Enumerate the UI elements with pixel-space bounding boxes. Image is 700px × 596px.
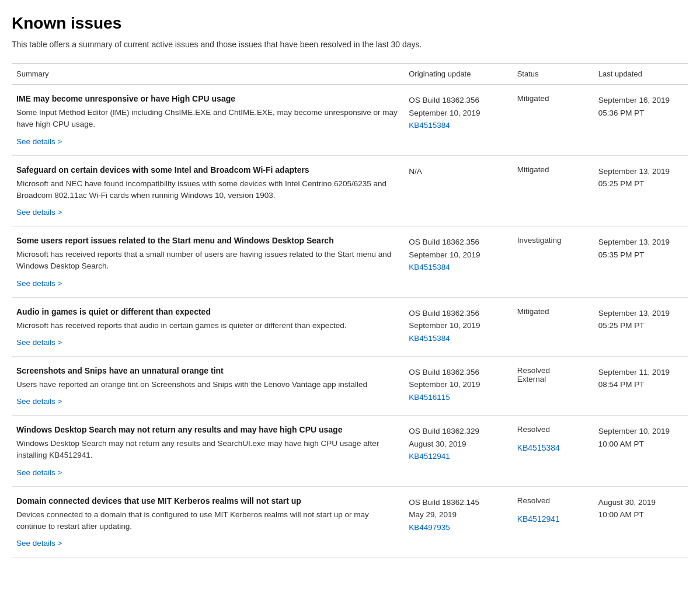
status-cell: Mitigated [513,297,594,356]
status-text: Resolved [517,496,589,505]
status-cell: ResolvedKB4512941 [513,486,594,557]
last-updated-cell: August 30, 201910:00 AM PT [594,486,688,557]
issue-description: Microsoft has received reports that audi… [16,320,399,332]
col-header-status: Status [513,64,594,85]
orig-kb-link[interactable]: KB4515384 [409,121,450,130]
issue-description: Devices connected to a domain that is co… [16,509,399,533]
status-cell: Investigating [513,226,594,298]
orig-date: September 10, 2019 [409,250,480,259]
orig-kb-link[interactable]: KB4512941 [409,452,450,461]
orig-kb-link[interactable]: KB4516115 [409,393,450,402]
col-header-lastupdated: Last updated [594,64,688,85]
page-subtitle: This table offers a summary of current a… [12,40,688,49]
orig-kb-link[interactable]: KB4515384 [409,334,450,343]
table-row: Audio in games is quiet or different tha… [12,297,688,356]
see-details-link[interactable]: See details > [16,397,62,406]
status-text: Mitigated [517,165,589,174]
last-updated-cell: September 11, 201908:54 PM PT [594,356,688,415]
issue-title: Domain connected devices that use MIT Ke… [16,496,399,506]
last-updated-cell: September 13, 201905:25 PM PT [594,297,688,356]
see-details-link[interactable]: See details > [16,137,62,146]
status-cell: ResolvedKB4515384 [513,416,594,487]
last-updated-cell: September 13, 201905:25 PM PT [594,155,688,226]
os-build: OS Build 18362.356 [409,309,479,318]
os-build: OS Build 18362.356 [409,368,479,377]
status-text: Resolved [517,425,589,434]
status-kb-link[interactable]: KB4512941 [517,514,560,524]
issue-summary-cell: Audio in games is quiet or different tha… [12,297,404,356]
status-cell: Mitigated [513,155,594,226]
status-text: Mitigated [517,94,589,103]
orig-kb-link[interactable]: KB4515384 [409,263,450,271]
see-details-link[interactable]: See details > [16,539,62,548]
last-updated-cell: September 10, 201910:00 AM PT [594,416,688,487]
issue-summary-cell: IME may become unresponsive or have High… [12,85,404,156]
see-details-link[interactable]: See details > [16,208,62,217]
issue-description: Windows Desktop Search may not return an… [16,438,399,462]
os-build: N/A [409,167,422,176]
os-build: OS Build 18362.145 [409,498,479,507]
col-header-summary: Summary [12,64,404,85]
status-cell: Mitigated [513,85,594,156]
status-cell: ResolvedExternal [513,356,594,415]
last-updated-cell: September 16, 201905:36 PM PT [594,85,688,156]
last-updated-cell: September 13, 201905:35 PM PT [594,226,688,298]
page-title: Known issues [12,14,688,33]
os-build: OS Build 18362.356 [409,238,479,246]
last-updated-text: September 13, 201905:25 PM PT [598,165,684,190]
orig-kb-link[interactable]: KB4497935 [409,523,450,532]
table-row: Some users report issues related to the … [12,226,688,298]
issue-title: Screenshots and Snips have an unnatural … [16,366,399,375]
issue-summary-cell: Some users report issues related to the … [12,226,404,298]
os-build: OS Build 18362.356 [409,96,479,104]
issue-title: IME may become unresponsive or have High… [16,94,399,103]
col-header-originating: Originating update [404,64,512,85]
last-updated-text: September 13, 201905:35 PM PT [598,236,684,261]
issue-summary-cell: Domain connected devices that use MIT Ke… [12,486,404,557]
issue-title: Windows Desktop Search may not return an… [16,425,399,434]
issue-description: Users have reported an orange tint on Sc… [16,379,399,391]
table-row: Safeguard on certain devices with some I… [12,155,688,226]
originating-update-cell: OS Build 18362.356September 10, 2019KB45… [404,226,512,298]
originating-update-cell: OS Build 18362.145May 29, 2019KB4497935 [404,486,512,557]
issue-description: Microsoft and NEC have found incompatibi… [16,178,399,202]
issues-table: Summary Originating update Status Last u… [12,63,688,557]
issue-title: Safeguard on certain devices with some I… [16,165,399,175]
table-row: Domain connected devices that use MIT Ke… [12,486,688,557]
os-build: OS Build 18362.329 [409,427,479,435]
table-row: Screenshots and Snips have an unnatural … [12,356,688,415]
last-updated-text: August 30, 201910:00 AM PT [598,496,684,521]
orig-date: May 29, 2019 [409,510,457,519]
last-updated-text: September 10, 201910:00 AM PT [598,425,684,450]
originating-update-cell: OS Build 18362.356September 10, 2019KB45… [404,85,512,156]
issue-description: Microsoft has received reports that a sm… [16,249,399,273]
issue-summary-cell: Windows Desktop Search may not return an… [12,416,404,487]
originating-update-cell: OS Build 18362.329August 30, 2019KB45129… [404,416,512,487]
see-details-link[interactable]: See details > [16,279,62,288]
originating-update-cell: N/A [404,155,512,226]
issue-title: Some users report issues related to the … [16,236,399,245]
status-text: Investigating [517,236,589,245]
status-text: Mitigated [517,307,589,316]
orig-date: August 30, 2019 [409,440,466,448]
issue-summary-cell: Safeguard on certain devices with some I… [12,155,404,226]
status-text: ResolvedExternal [517,366,589,384]
last-updated-text: September 11, 201908:54 PM PT [598,366,684,391]
orig-date: September 10, 2019 [409,380,480,389]
see-details-link[interactable]: See details > [16,468,62,477]
status-kb-link[interactable]: KB4515384 [517,443,560,452]
table-header-row: Summary Originating update Status Last u… [12,64,688,85]
last-updated-text: September 13, 201905:25 PM PT [598,307,684,332]
issue-description: Some Input Method Editor (IME) including… [16,107,399,131]
orig-date: September 10, 2019 [409,321,480,330]
table-row: IME may become unresponsive or have High… [12,85,688,156]
originating-update-cell: OS Build 18362.356September 10, 2019KB45… [404,297,512,356]
issue-title: Audio in games is quiet or different tha… [16,307,399,316]
issue-summary-cell: Screenshots and Snips have an unnatural … [12,356,404,415]
table-row: Windows Desktop Search may not return an… [12,416,688,487]
originating-update-cell: OS Build 18362.356September 10, 2019KB45… [404,356,512,415]
orig-date: September 10, 2019 [409,109,480,117]
see-details-link[interactable]: See details > [16,338,62,347]
last-updated-text: September 16, 201905:36 PM PT [598,94,684,119]
